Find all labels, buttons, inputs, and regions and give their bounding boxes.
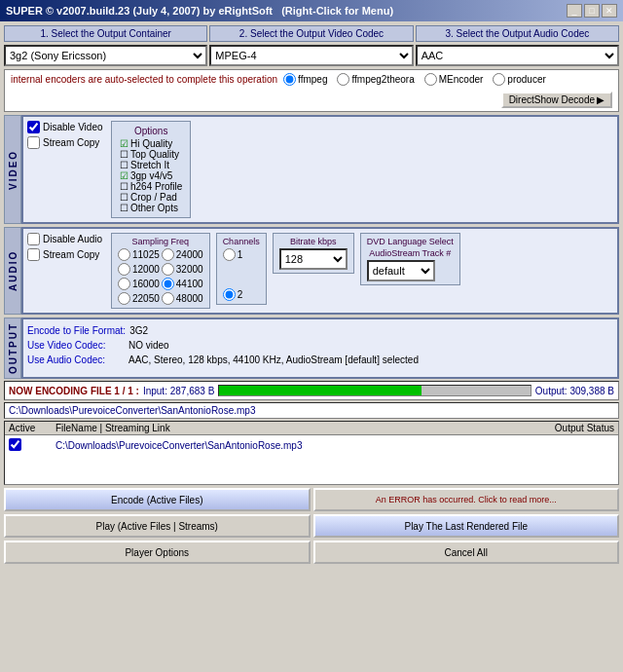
option-3gp-v4v5[interactable]: ☑ 3gp v4/v5 [120,170,182,181]
video-label: VIDEO [4,115,21,224]
dropdowns-row: 3g2 (Sony Ericsson) MPEG-4 AAC [4,45,619,66]
sample-32000[interactable]: 32000 [162,263,203,276]
container-select[interactable]: 3g2 (Sony Ericsson) [4,45,207,66]
title-text: SUPER © v2007.build.23 (July 4, 2007) by… [6,5,393,17]
encoder-mencoder[interactable]: MEncoder [424,73,484,86]
sample-11025[interactable]: 11025 [118,248,160,261]
sample-22050[interactable]: 22050 [118,292,160,305]
sample-48000[interactable]: 48000 [162,292,203,305]
output-audio-value: AAC, Stereo, 128 kbps, 44100 KHz, AudioS… [128,353,419,367]
sample-12000[interactable]: 12000 [118,263,160,276]
encoder-ffmpeg2theora[interactable]: ffmpeg2theora [337,73,414,86]
option-h264-profile[interactable]: ☐ h264 Profile [120,181,182,192]
channels-box: Channels 1 2 [216,233,267,305]
output-section: OUTPUT Encode to File Format: 3G2 Use Vi… [4,317,619,379]
step-2: 2. Select the Output Video Codec [209,25,413,42]
encoder-producer[interactable]: producer [493,73,545,86]
option-stretch-it[interactable]: ☐ Stretch It [120,160,182,170]
video-codec-select[interactable]: MPEG-4 [209,45,413,66]
bitrate-select[interactable]: 128 [279,248,348,270]
bitrate-title: Bitrate kbps [279,237,348,246]
stream-copy-check[interactable]: Stream Copy [27,136,105,149]
channel-2[interactable]: 2 [223,288,260,301]
close-button[interactable]: ✕ [602,4,617,18]
audio-stream-copy-check[interactable]: Stream Copy [27,248,105,261]
title-bar: SUPER © v2007.build.23 (July 4, 2007) by… [0,0,623,21]
audio-label: AUDIO [4,227,21,315]
file-name: C:\Downloads\PurevoiceConverter\SanAnton… [55,440,614,451]
file-list: Active FileName | Streaming Link Output … [4,421,619,485]
output-video-value: NO video [128,338,169,353]
progress-fill [219,386,421,395]
output-inner: Encode to File Format: 3G2 Use Video Cod… [21,317,619,379]
encoders-label: internal encoders are auto-selected to c… [11,74,277,85]
option-crop-pad[interactable]: ☐ Crop / Pad [120,192,182,203]
disable-audio-check[interactable]: Disable Audio [27,233,105,245]
file-path-bar: C:\Downloads\PurevoiceConverter\SanAnton… [4,402,619,419]
output-format-value: 3G2 [129,323,148,338]
step-1: 1. Select the Output Container [4,25,207,42]
encoding-label: NOW ENCODING FILE 1 / 1 : [9,386,139,396]
audio-inner: Disable Audio Stream Copy Sampling Freq … [21,227,619,315]
player-options-button[interactable]: Player Options [4,541,311,564]
sample-24000[interactable]: 24000 [162,248,203,261]
video-section: VIDEO Disable Video Stream Copy Options … [4,115,619,224]
directshow-arrow: ▶ [597,94,605,105]
disable-video-check[interactable]: Disable Video [27,121,105,133]
dvd-subtitle: AudioStream Track # [367,248,454,258]
dvd-title: DVD Language Select [367,237,454,246]
encode-button[interactable]: Encode (Active Files) [4,488,311,511]
bottom-btn-row-3: Player Options Cancel All [4,541,619,564]
output-size: Output: 309,388 B [535,386,614,396]
play-active-button[interactable]: Play (Active Files | Streams) [4,514,311,538]
directshow-button[interactable]: DirectShow Decode ▶ [501,92,612,108]
file-list-body: C:\Downloads\PurevoiceConverter\SanAnton… [5,435,618,484]
output-line-1: Encode to File Format: 3G2 [27,323,613,338]
encoder-options: ffmpeg ffmpeg2theora MEncoder producer [283,73,546,86]
video-inner: Disable Video Stream Copy Options ☑ Hi Q… [21,115,619,224]
col-active-header: Active [9,423,48,433]
audio-checkboxes: Disable Audio Stream Copy [27,233,105,261]
minimize-button[interactable]: _ [567,4,582,18]
progress-bar [218,385,531,396]
option-top-quality[interactable]: ☐ Top Quality [120,149,182,160]
error-message-button[interactable]: An ERROR has occurred. Click to read mor… [313,488,620,511]
channel-1[interactable]: 1 [223,248,260,261]
file-active-check[interactable] [9,438,48,453]
option-hi-quality[interactable]: ☑ Hi Quality [120,138,182,149]
video-options-box: Options ☑ Hi Quality ☐ Top Quality ☐ Str… [111,121,191,218]
bottom-btn-row-2: Play (Active Files | Streams) Play The L… [4,514,619,538]
channels-title: Channels [223,237,260,246]
audio-codec-select[interactable]: AAC [416,45,619,66]
options-title: Options [120,126,182,136]
progress-row: NOW ENCODING FILE 1 / 1 : Input: 287,683… [9,385,614,396]
step-3: 3. Select the Output Audio Codec [416,25,619,42]
cancel-all-button[interactable]: Cancel All [313,541,620,564]
output-label: OUTPUT [4,317,21,379]
audio-section: AUDIO Disable Audio Stream Copy Sampling… [4,227,619,315]
sampling-title: Sampling Freq [118,237,203,246]
directshow-label: DirectShow Decode [509,94,595,105]
window-controls: _ □ ✕ [567,4,617,18]
sampling-freq-box: Sampling Freq 11025 24000 12000 32000 16… [111,233,210,309]
output-video-label: Use Video Codec: [27,338,125,353]
bitrate-box: Bitrate kbps 128 [273,233,354,274]
video-checkboxes: Disable Video Stream Copy [27,121,105,218]
option-other-opts[interactable]: ☐ Other Opts [120,203,182,213]
play-last-button[interactable]: Play The Last Rendered File [313,514,620,538]
sample-44100[interactable]: 44100 [162,278,203,290]
encoder-ffmpeg[interactable]: ffmpeg [283,73,327,86]
dvd-box: DVD Language Select AudioStream Track # … [360,233,460,285]
input-size: Input: 287,683 B [143,386,214,396]
output-format-label: Encode to File Format: [27,323,126,338]
output-audio-label: Use Audio Codec: [27,353,125,367]
bottom-btn-row-1: Encode (Active Files) An ERROR has occur… [4,488,619,511]
maximize-button[interactable]: □ [584,4,600,18]
container-dropdown-wrap: 3g2 (Sony Ericsson) [4,45,207,66]
steps-row: 1. Select the Output Container 2. Select… [4,25,619,42]
audio-codec-dropdown-wrap: AAC [416,45,619,66]
dvd-language-select[interactable]: default [367,260,435,281]
col-status-header: Output Status [536,423,614,433]
output-line-3: Use Audio Codec: AAC, Stereo, 128 kbps, … [27,353,613,367]
sample-16000[interactable]: 16000 [118,278,160,290]
